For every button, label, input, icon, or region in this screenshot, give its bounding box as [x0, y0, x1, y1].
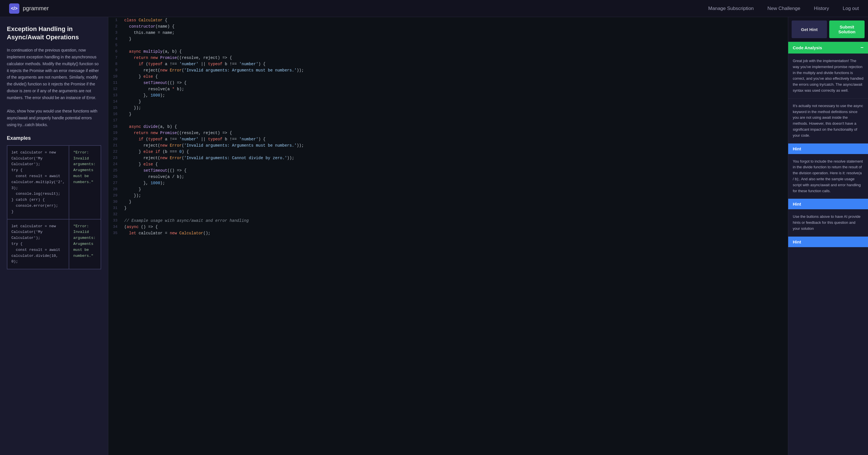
line-number: 19 [108, 130, 122, 136]
analysis-panel: Code Analysis − Great job with the imple… [788, 42, 868, 455]
code-line: 15 }); [108, 105, 788, 111]
nav-history[interactable]: History [814, 6, 829, 11]
code-analysis-content-1: Great job with the implementation! The w… [788, 54, 868, 99]
example-1-input: let calculator = new Calculator('My Calc… [7, 145, 69, 219]
line-number: 28 [108, 186, 122, 193]
code-analysis-close-icon[interactable]: − [860, 45, 863, 51]
code-line: 1class Calculator { [108, 17, 788, 23]
example-2-output: "Error: Invalid arguments: Arugments mus… [69, 219, 101, 269]
logo-icon: </> [9, 3, 20, 14]
line-number: 4 [108, 36, 122, 42]
line-content [122, 117, 788, 124]
line-content: (async () => { [122, 224, 788, 230]
line-content: } else { [122, 73, 788, 80]
line-content: if (typeof a !== 'number' || typeof b !=… [122, 136, 788, 142]
line-content: }, 1000); [122, 180, 788, 186]
line-number: 27 [108, 180, 122, 186]
line-content: constructor(name) { [122, 23, 788, 30]
code-line: 35 let calculator = new Calculator(); [108, 230, 788, 236]
examples-grid: let calculator = new Calculator('My Calc… [7, 145, 101, 269]
code-panel: 1class Calculator {2 constructor(name) {… [108, 17, 788, 455]
line-number: 22 [108, 149, 122, 155]
line-content: resolve(a * b); [122, 86, 788, 92]
main-layout: Exception Handling in Async/Await Operat… [0, 17, 868, 455]
line-number: 18 [108, 124, 122, 130]
header: </> pgrammer Manage Subscription New Cha… [0, 0, 868, 17]
code-line: 25 setTimeout(() => { [108, 167, 788, 174]
line-number: 6 [108, 48, 122, 55]
nav: Manage Subscription New Challenge Histor… [708, 6, 859, 11]
line-number: 14 [108, 99, 122, 105]
line-number: 32 [108, 211, 122, 218]
code-line: 5 [108, 42, 788, 48]
code-line: 33// Example usage with async/await and … [108, 218, 788, 224]
code-line: 18 async divide(a, b) { [108, 124, 788, 130]
code-line: 31} [108, 205, 788, 211]
line-number: 12 [108, 86, 122, 92]
code-line: 8 if (typeof a !== 'number' || typeof b … [108, 61, 788, 67]
hint-2-content: Use the buttons above to have AI provide… [788, 209, 868, 236]
code-line: 14 } [108, 99, 788, 105]
line-content: async multiply(a, b) { [122, 48, 788, 55]
code-line: 21 reject(new Error('Invalid arguments: … [108, 142, 788, 149]
code-line: 27 }, 1000); [108, 180, 788, 186]
example-2-input: let calculator = new Calculator('My Calc… [7, 219, 69, 269]
code-line: 12 resolve(a * b); [108, 86, 788, 92]
line-content: }); [122, 193, 788, 199]
line-content: reject(new Error('Invalid arguments: Can… [122, 155, 788, 161]
line-content: } else if (b === 0) { [122, 149, 788, 155]
nav-logout[interactable]: Log out [843, 6, 859, 11]
code-analysis-header: Code Analysis − [788, 42, 868, 54]
line-number: 21 [108, 142, 122, 149]
code-line: 9 reject(new Error('Invalid arguments: A… [108, 67, 788, 73]
line-number: 34 [108, 224, 122, 230]
code-editor[interactable]: 1class Calculator {2 constructor(name) {… [108, 17, 788, 455]
hint-1-content: You forgot to include the resolve statem… [788, 154, 868, 199]
hint-1-header: Hint [788, 143, 868, 154]
code-line: 29 }); [108, 193, 788, 199]
code-line: 16 } [108, 111, 788, 117]
hint-2-header: Hint [788, 199, 868, 209]
code-line: 7 return new Promise((resolve, reject) =… [108, 55, 788, 61]
line-content: reject(new Error('Invalid arguments: Arg… [122, 67, 788, 73]
right-panel: Get Hint Submit Solution Code Analysis −… [788, 17, 868, 455]
submit-solution-button[interactable]: Submit Solution [829, 21, 865, 38]
line-number: 13 [108, 92, 122, 99]
line-content: }); [122, 105, 788, 111]
line-number: 3 [108, 30, 122, 36]
code-line: 32 [108, 211, 788, 218]
line-number: 30 [108, 199, 122, 205]
line-number: 35 [108, 230, 122, 236]
line-number: 11 [108, 80, 122, 86]
line-number: 5 [108, 42, 122, 48]
line-content: return new Promise((resolve, reject) => … [122, 55, 788, 61]
line-content: } [122, 111, 788, 117]
challenge-description: In continuation of the previous question… [7, 47, 101, 128]
nav-manage-subscription[interactable]: Manage Subscription [708, 6, 754, 11]
action-buttons: Get Hint Submit Solution [788, 17, 868, 42]
line-number: 25 [108, 167, 122, 174]
line-number: 24 [108, 161, 122, 167]
example-1-output: "Error: Invalid arguments: Arugments mus… [69, 145, 101, 219]
line-number: 10 [108, 73, 122, 80]
code-line: 13 }, 1000); [108, 92, 788, 99]
code-line: 24 } else { [108, 161, 788, 167]
get-hint-button[interactable]: Get Hint [792, 21, 827, 38]
line-content: reject(new Error('Invalid arguments: Arg… [122, 142, 788, 149]
hint-3-header: Hint [788, 237, 868, 247]
line-number: 31 [108, 205, 122, 211]
line-number: 7 [108, 55, 122, 61]
examples-title: Examples [7, 135, 101, 141]
code-line: 3 this.name = name; [108, 30, 788, 36]
line-content [122, 211, 788, 218]
code-line: 22 } else if (b === 0) { [108, 149, 788, 155]
line-content: setTimeout(() => { [122, 80, 788, 86]
line-number: 26 [108, 174, 122, 180]
code-line: 2 constructor(name) { [108, 23, 788, 30]
line-number: 1 [108, 17, 122, 23]
nav-new-challenge[interactable]: New Challenge [767, 6, 800, 11]
line-number: 8 [108, 61, 122, 67]
line-number: 33 [108, 218, 122, 224]
code-line: 28 } [108, 186, 788, 193]
logo-text: pgrammer [23, 5, 49, 12]
